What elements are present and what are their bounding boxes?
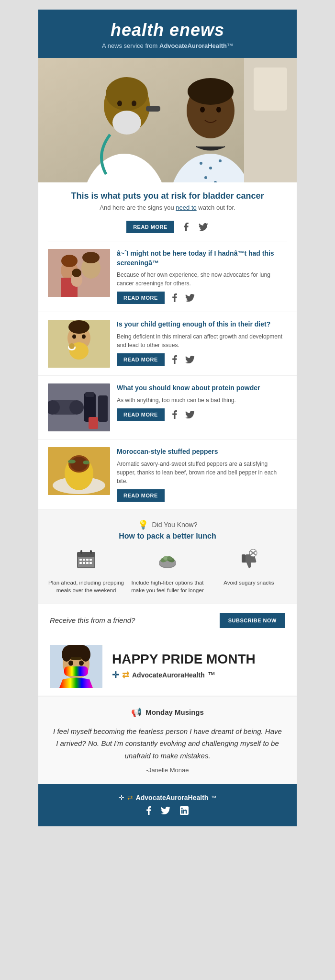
svg-rect-57 xyxy=(90,550,92,554)
article-desc-4: Aromatic savory-and-sweet stuffed pepper… xyxy=(117,460,287,485)
svg-point-35 xyxy=(69,343,75,349)
article-3-twitter-icon[interactable] xyxy=(185,409,195,420)
article-title-1: â~ˆI might not be here today if I hadnâ™… xyxy=(117,249,287,268)
dyk-label: Did You Know? xyxy=(152,521,198,529)
article-3-facebook-icon[interactable] xyxy=(169,409,180,420)
svg-rect-43 xyxy=(85,392,94,397)
dyk-item-1: Plan ahead, including prepping meals ove… xyxy=(48,549,124,594)
article-2-action-row: READ MORE xyxy=(117,353,287,366)
brand-arrows-icon: ⇄ xyxy=(122,670,129,680)
svg-point-11 xyxy=(200,162,202,165)
salad-icon xyxy=(129,549,206,575)
mm-attribution: -Janelle Monae xyxy=(53,766,282,774)
footer-facebook-icon[interactable] xyxy=(146,806,151,817)
svg-rect-64 xyxy=(86,562,89,564)
svg-rect-59 xyxy=(83,559,85,561)
article-thumb-3 xyxy=(48,383,110,431)
svg-rect-8 xyxy=(146,106,160,112)
did-you-know-section: 💡 Did You Know? How to pack a better lun… xyxy=(38,510,297,604)
article-desc-3: As with anything, too much can be a bad … xyxy=(117,396,287,405)
article-1-read-more-button[interactable]: READ MORE xyxy=(117,292,165,304)
article-item-2: Is your child getting enough of this in … xyxy=(38,312,297,376)
svg-rect-55 xyxy=(77,552,95,557)
pride-brand-name: AdvocateAuroraHealth xyxy=(132,671,205,679)
footer-social-row xyxy=(48,806,287,817)
dyk-item-2: Include high-fiber options that make you… xyxy=(129,549,206,594)
footer-trademark: ™ xyxy=(211,795,216,800)
svg-rect-44 xyxy=(98,395,108,422)
article-3-action-row: READ MORE xyxy=(117,408,287,421)
article-thumb-2 xyxy=(48,320,110,368)
monday-musings-section: 📢 Monday Musings I feel myself becoming … xyxy=(38,696,297,785)
svg-point-5 xyxy=(112,111,141,135)
article-4-read-more-button[interactable]: READ MORE xyxy=(117,489,165,502)
svg-point-36 xyxy=(72,335,76,339)
dyk-header: 💡 Did You Know? xyxy=(48,519,287,530)
svg-point-29 xyxy=(72,269,81,277)
svg-rect-61 xyxy=(89,559,92,561)
pride-image xyxy=(50,645,102,688)
footer: ✛ ⇄ AdvocateAuroraHealth ™ xyxy=(38,784,297,826)
svg-rect-56 xyxy=(80,550,82,554)
article-title-4: Moroccan-style stuffed peppers xyxy=(117,447,287,457)
hero-twitter-icon[interactable] xyxy=(198,222,209,232)
svg-point-41 xyxy=(69,400,84,415)
footer-linkedin-icon[interactable] xyxy=(180,806,189,817)
hero-subtitle-link[interactable]: need to xyxy=(176,204,196,211)
mm-label: Monday Musings xyxy=(145,708,204,716)
article-1-twitter-icon[interactable] xyxy=(185,293,195,303)
article-4-action-row: READ MORE xyxy=(117,489,287,502)
dyk-items: Plan ahead, including prepping meals ove… xyxy=(48,549,287,594)
svg-point-7 xyxy=(132,101,136,106)
hero-read-more-button[interactable]: READ MORE xyxy=(126,221,174,233)
article-thumb-1 xyxy=(48,249,110,297)
article-1-facebook-icon[interactable] xyxy=(169,293,180,303)
article-2-twitter-icon[interactable] xyxy=(185,354,195,365)
svg-point-13 xyxy=(219,159,222,162)
svg-rect-45 xyxy=(89,417,98,429)
footer-plus-icon: ✛ xyxy=(119,794,124,801)
article-item-1: â~ˆI might not be here today if I hadnâ™… xyxy=(38,241,297,312)
svg-rect-60 xyxy=(86,559,89,561)
svg-point-81 xyxy=(68,660,73,665)
svg-rect-65 xyxy=(89,562,92,564)
article-desc-1: Because of her own experience, she now a… xyxy=(117,270,287,288)
article-content-3: What you should know about protein powde… xyxy=(117,383,287,431)
subscribe-text: Receive this from a friend? xyxy=(50,616,135,624)
dyk-item-3: Avoid sugary snacks xyxy=(211,549,287,594)
article-item-4: Moroccan-style stuffed peppers Aromatic … xyxy=(38,439,297,510)
hero-action-row: READ MORE xyxy=(38,215,297,241)
mm-header: 📢 Monday Musings xyxy=(53,707,282,718)
article-2-read-more-button[interactable]: READ MORE xyxy=(117,353,165,366)
svg-point-14 xyxy=(204,176,207,179)
hero-facebook-icon[interactable] xyxy=(181,222,191,232)
svg-rect-63 xyxy=(83,562,85,564)
brand-plus-icon: ✛ xyxy=(112,670,119,680)
article-content-4: Moroccan-style stuffed peppers Aromatic … xyxy=(117,447,287,502)
pride-text: HAPPY PRIDE MONTH ✛ ⇄ AdvocateAuroraHeal… xyxy=(112,652,285,680)
megaphone-icon: 📢 xyxy=(131,707,142,718)
svg-point-24 xyxy=(61,255,78,267)
svg-rect-73 xyxy=(242,554,246,563)
article-desc-2: Being deficient in this mineral can affe… xyxy=(117,332,287,349)
article-2-facebook-icon[interactable] xyxy=(169,354,180,365)
svg-point-6 xyxy=(117,101,122,106)
article-item-3: What you should know about protein powde… xyxy=(38,376,297,439)
pride-banner: HAPPY PRIDE MONTH ✛ ⇄ AdvocateAuroraHeal… xyxy=(38,637,297,696)
subscribe-row: Receive this from a friend? SUBSCRIBE NO… xyxy=(38,604,297,637)
svg-rect-21 xyxy=(254,68,287,111)
svg-point-27 xyxy=(82,252,100,263)
svg-point-37 xyxy=(82,335,86,339)
subscribe-now-button[interactable]: SUBSCRIBE NOW xyxy=(220,613,285,628)
svg-rect-58 xyxy=(79,559,82,561)
mm-quote: I feel myself becoming the fearless pers… xyxy=(53,725,282,762)
article-3-read-more-button[interactable]: READ MORE xyxy=(117,408,165,421)
header-subtitle: A news service from AdvocateAuroraHealth… xyxy=(48,42,287,49)
dyk-title: How to pack a better lunch xyxy=(48,532,287,541)
article-content-2: Is your child getting enough of this in … xyxy=(117,320,287,368)
footer-twitter-icon[interactable] xyxy=(161,807,170,816)
article-title-3: What you should know about protein powde… xyxy=(117,383,287,393)
pride-title: HAPPY PRIDE MONTH xyxy=(112,652,285,667)
footer-brand: ✛ ⇄ AdvocateAuroraHealth ™ xyxy=(48,794,287,801)
svg-point-17 xyxy=(188,78,234,105)
